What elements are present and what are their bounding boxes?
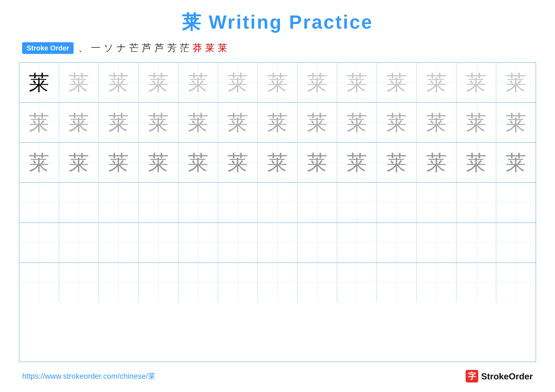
footer-url[interactable]: https://www.strokeorder.com/chinese/莱 xyxy=(22,371,155,381)
practice-char: 莱 xyxy=(148,112,169,133)
grid-cell: 莱 xyxy=(297,103,337,142)
grid-cell[interactable] xyxy=(258,183,297,222)
grid-cell: 莱 xyxy=(496,63,536,102)
grid-cell: 莱 xyxy=(456,63,496,102)
grid-cell[interactable] xyxy=(337,183,377,222)
grid-cell[interactable] xyxy=(178,263,218,302)
practice-char: 莱 xyxy=(506,72,526,93)
grid-cell[interactable] xyxy=(99,263,139,302)
grid-cell[interactable] xyxy=(496,263,536,302)
grid-cell: 莱 xyxy=(456,143,496,182)
stroke-4: ナ xyxy=(117,42,126,54)
grid-row-4 xyxy=(19,183,536,223)
practice-char: 莱 xyxy=(188,152,208,173)
practice-char: 莱 xyxy=(108,152,129,173)
grid-cell[interactable] xyxy=(139,183,178,222)
grid-cell[interactable] xyxy=(59,183,99,222)
grid-cell: 莱 xyxy=(496,103,536,142)
grid-row-5 xyxy=(19,223,536,263)
grid-cell: 莱 xyxy=(496,143,536,182)
practice-char: 莱 xyxy=(227,72,248,93)
stroke-3: ソ xyxy=(104,42,113,54)
grid-cell: 莱 xyxy=(139,143,178,182)
grid-cell[interactable] xyxy=(19,183,59,222)
grid-cell: 莱 xyxy=(258,143,297,182)
grid-cell: 莱 xyxy=(297,63,337,102)
grid-cell: 莱 xyxy=(377,103,416,142)
grid-cell[interactable] xyxy=(377,223,416,263)
practice-char: 莱 xyxy=(148,72,169,93)
stroke-sequence: 、 一 ソ ナ 芒 芦 芦 芳 茫 莽 莱 莱 xyxy=(78,42,227,54)
grid-cell[interactable] xyxy=(258,263,297,302)
practice-char: 莱 xyxy=(307,152,328,173)
practice-char: 莱 xyxy=(188,112,208,133)
grid-cell[interactable] xyxy=(258,223,297,263)
grid-cell: 莱 xyxy=(59,103,99,142)
grid-cell[interactable] xyxy=(297,223,337,263)
practice-char: 莱 xyxy=(466,72,487,93)
grid-cell[interactable] xyxy=(337,223,377,263)
grid-cell[interactable] xyxy=(218,223,258,263)
grid-row-2: 莱 莱 莱 莱 莱 莱 莱 莱 莱 莱 莱 莱 莱 xyxy=(19,103,536,143)
grid-cell[interactable] xyxy=(377,263,416,302)
practice-char: 莱 xyxy=(506,112,526,133)
grid-cell[interactable] xyxy=(417,183,456,222)
grid-cell[interactable] xyxy=(178,223,218,263)
grid-cell[interactable] xyxy=(456,183,496,222)
grid-cell[interactable] xyxy=(99,223,139,263)
practice-char: 莱 xyxy=(227,152,248,173)
practice-char: 莱 xyxy=(188,72,208,93)
grid-cell[interactable] xyxy=(139,223,178,263)
practice-char: 莱 xyxy=(466,112,487,133)
practice-grid: 莱 莱 莱 莱 莱 莱 莱 莱 莱 莱 莱 莱 莱 莱 莱 莱 莱 莱 莱 莱 … xyxy=(19,62,536,362)
grid-cell[interactable] xyxy=(496,223,536,263)
practice-char: 莱 xyxy=(426,72,447,93)
grid-cell[interactable] xyxy=(19,223,59,263)
grid-cell[interactable] xyxy=(456,263,496,302)
practice-char: 莱 xyxy=(227,112,248,133)
grid-cell: 莱 xyxy=(99,103,139,142)
grid-cell: 莱 xyxy=(258,63,297,102)
logo-icon-char: 字 xyxy=(468,371,476,382)
grid-cell[interactable] xyxy=(99,183,139,222)
grid-cell[interactable] xyxy=(337,263,377,302)
grid-cell: 莱 xyxy=(99,143,139,182)
grid-cell[interactable] xyxy=(297,263,337,302)
grid-cell[interactable] xyxy=(19,263,59,302)
grid-cell[interactable] xyxy=(218,183,258,222)
grid-cell[interactable] xyxy=(59,263,99,302)
stroke-6: 芦 xyxy=(142,42,151,54)
grid-cell: 莱 xyxy=(19,63,59,102)
practice-char: 莱 xyxy=(29,72,49,93)
grid-cell: 莱 xyxy=(337,143,377,182)
grid-cell[interactable] xyxy=(456,223,496,263)
grid-row-3: 莱 莱 莱 莱 莱 莱 莱 莱 莱 莱 莱 莱 莱 xyxy=(19,143,536,183)
grid-cell: 莱 xyxy=(139,103,178,142)
grid-cell[interactable] xyxy=(496,183,536,222)
grid-cell[interactable] xyxy=(417,223,456,263)
grid-cell: 莱 xyxy=(218,103,258,142)
practice-char: 莱 xyxy=(267,152,288,173)
grid-cell: 莱 xyxy=(456,103,496,142)
practice-char: 莱 xyxy=(426,152,447,173)
grid-cell[interactable] xyxy=(218,263,258,302)
grid-cell[interactable] xyxy=(59,223,99,263)
grid-cell[interactable] xyxy=(417,263,456,302)
grid-cell[interactable] xyxy=(178,183,218,222)
grid-cell[interactable] xyxy=(297,183,337,222)
practice-char: 莱 xyxy=(267,72,288,93)
stroke-8: 芳 xyxy=(167,42,177,54)
grid-cell: 莱 xyxy=(417,103,456,142)
grid-cell[interactable] xyxy=(139,263,178,302)
practice-char: 莱 xyxy=(68,72,89,93)
practice-char: 莱 xyxy=(29,152,49,173)
grid-cell[interactable] xyxy=(377,183,416,222)
grid-cell: 莱 xyxy=(297,143,337,182)
title-area: 莱 Writing Practice xyxy=(19,9,536,35)
stroke-11: 莱 xyxy=(205,42,215,54)
practice-char: 莱 xyxy=(307,112,328,133)
practice-char: 莱 xyxy=(108,112,129,133)
stroke-order-area: Stroke Order 、 一 ソ ナ 芒 芦 芦 芳 茫 莽 莱 莱 xyxy=(19,42,536,54)
practice-char: 莱 xyxy=(386,112,407,133)
grid-cell: 莱 xyxy=(218,143,258,182)
